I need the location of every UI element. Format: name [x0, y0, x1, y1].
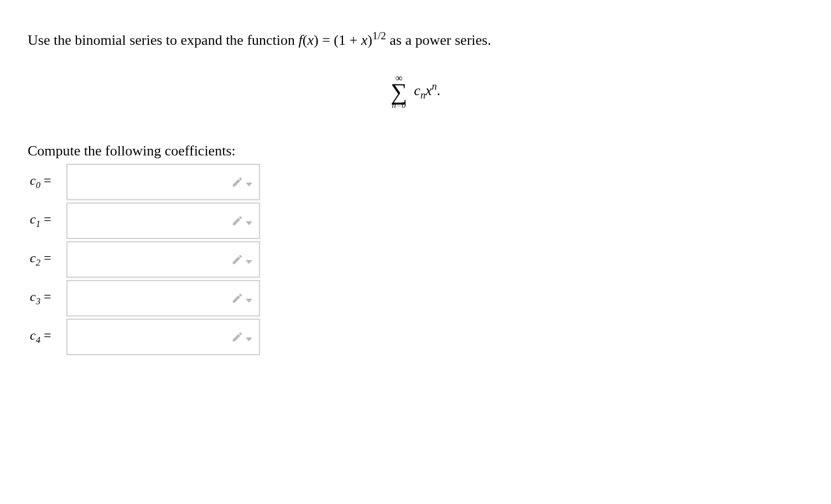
- problem-intro: Use the binomial series to expand the fu…: [28, 32, 299, 48]
- coefficient-row: c3=: [28, 280, 803, 316]
- coefficient-input-c0[interactable]: [66, 164, 260, 200]
- function-expression: f(x) = (1 + x)1/2: [299, 32, 386, 48]
- sum-term: cnxn.: [414, 82, 440, 98]
- chevron-down-icon: [246, 260, 252, 264]
- chevron-down-icon: [246, 221, 252, 225]
- coefficient-label-c2: c2=: [28, 251, 66, 268]
- chevron-down-icon: [246, 299, 252, 303]
- coefficient-label-c1: c1=: [28, 212, 66, 230]
- summation-display: ∞ ∑ n=0 cnxn.: [28, 73, 803, 110]
- pencil-icon: [231, 331, 243, 343]
- coefficient-row: c0=: [28, 164, 803, 200]
- coefficient-label-c3: c3=: [28, 289, 66, 307]
- coefficient-row: c1=: [28, 202, 803, 239]
- pencil-icon: [231, 215, 243, 227]
- instruction-text: Compute the following coefficients:: [28, 143, 803, 159]
- coefficient-label-c4: c4=: [28, 328, 66, 346]
- sigma-symbol: ∑: [391, 83, 407, 102]
- chevron-down-icon: [246, 337, 252, 341]
- pencil-icon: [231, 292, 243, 304]
- sum-lower-limit: n=0: [392, 101, 406, 110]
- coefficient-row: c4=: [28, 319, 803, 355]
- coefficient-input-c4[interactable]: [66, 319, 260, 355]
- coefficient-input-c2[interactable]: [66, 241, 260, 278]
- chevron-down-icon: [246, 183, 252, 186]
- pencil-icon: [231, 176, 243, 188]
- pencil-icon: [231, 253, 243, 266]
- coefficient-input-c1[interactable]: [66, 202, 260, 239]
- coefficient-label-c0: c0=: [28, 173, 66, 191]
- coefficients-list: c0= c1= c2=: [28, 164, 803, 357]
- coefficient-input-c3[interactable]: [66, 280, 260, 316]
- problem-statement: Use the binomial series to expand the fu…: [28, 28, 803, 51]
- problem-outro: as a power series.: [386, 32, 491, 48]
- coefficient-row: c2=: [28, 241, 803, 278]
